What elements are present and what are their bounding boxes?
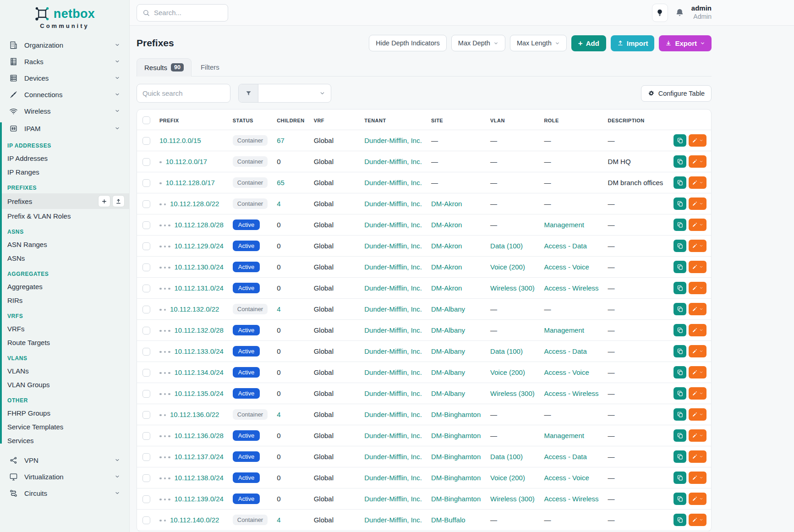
tenant-link[interactable]: Dunder-Mifflin, Inc. bbox=[364, 284, 422, 292]
children-count-link[interactable]: 4 bbox=[277, 305, 280, 313]
column-header-role[interactable]: ROLE bbox=[539, 110, 603, 130]
prefix-link[interactable]: 10.112.134.0/24 bbox=[175, 368, 224, 376]
prefix-link[interactable]: 10.112.135.0/24 bbox=[175, 389, 224, 397]
prefix-link[interactable]: 10.112.128.0/28 bbox=[175, 221, 224, 229]
role-link[interactable]: Access - Voice bbox=[544, 368, 589, 376]
clone-button[interactable] bbox=[674, 514, 686, 526]
sidebar-item-ip-ranges[interactable]: IP Ranges bbox=[0, 165, 129, 179]
vlan-link[interactable]: Voice (200) bbox=[490, 263, 525, 271]
tenant-link[interactable]: Dunder-Mifflin, Inc. bbox=[364, 326, 422, 334]
prefix-link[interactable]: 10.112.140.0/22 bbox=[170, 516, 219, 524]
row-checkbox[interactable] bbox=[142, 474, 150, 482]
row-checkbox[interactable] bbox=[142, 516, 150, 524]
saved-filter-select[interactable] bbox=[238, 84, 331, 103]
sidebar-item-fhrp-groups[interactable]: FHRP Groups bbox=[0, 406, 129, 420]
row-checkbox[interactable] bbox=[142, 179, 150, 187]
clone-button[interactable] bbox=[674, 429, 686, 442]
site-link[interactable]: DM-Albany bbox=[431, 326, 465, 334]
user-menu[interactable]: admin Admin bbox=[691, 4, 712, 21]
tenant-link[interactable]: Dunder-Mifflin, Inc. bbox=[364, 453, 422, 461]
row-checkbox[interactable] bbox=[142, 432, 150, 440]
clone-button[interactable] bbox=[674, 176, 686, 189]
edit-button[interactable] bbox=[689, 366, 706, 378]
clone-button[interactable] bbox=[674, 472, 686, 484]
vlan-link[interactable]: Wireless (300) bbox=[490, 389, 535, 397]
prefix-link[interactable]: 10.112.131.0/24 bbox=[175, 284, 224, 292]
tenant-link[interactable]: Dunder-Mifflin, Inc. bbox=[364, 389, 422, 397]
children-count-link[interactable]: 65 bbox=[277, 179, 285, 186]
row-checkbox[interactable] bbox=[142, 200, 150, 208]
role-link[interactable]: Access - Data bbox=[544, 347, 586, 355]
tenant-link[interactable]: Dunder-Mifflin, Inc. bbox=[364, 179, 422, 186]
column-header-prefix[interactable]: PREFIX bbox=[155, 110, 228, 130]
tenant-link[interactable]: Dunder-Mifflin, Inc. bbox=[364, 242, 422, 250]
sidebar-item-organization[interactable]: Organization bbox=[0, 37, 129, 53]
clone-button[interactable] bbox=[674, 493, 686, 505]
edit-button[interactable] bbox=[689, 408, 706, 421]
tab-filters[interactable]: Filters bbox=[193, 58, 227, 76]
vlan-link[interactable]: Wireless (300) bbox=[490, 495, 535, 503]
row-checkbox[interactable] bbox=[142, 306, 150, 313]
sidebar-item-service-templates[interactable]: Service Templates bbox=[0, 420, 129, 433]
column-header-vlan[interactable]: VLAN bbox=[486, 110, 539, 130]
prefix-link[interactable]: 10.112.132.0/28 bbox=[175, 326, 224, 334]
site-link[interactable]: DM-Binghamton bbox=[431, 411, 481, 418]
prefix-link[interactable]: 10.112.136.0/28 bbox=[175, 432, 224, 439]
sidebar-item-services[interactable]: Services bbox=[0, 433, 129, 447]
role-link[interactable]: Access - Data bbox=[544, 242, 586, 250]
edit-button[interactable] bbox=[689, 472, 706, 484]
prefix-link[interactable]: 10.112.137.0/24 bbox=[175, 453, 224, 461]
site-link[interactable]: DM-Binghamton bbox=[431, 432, 481, 439]
theme-toggle-button[interactable] bbox=[652, 4, 668, 22]
site-link[interactable]: DM-Buffalo bbox=[431, 516, 465, 524]
tenant-link[interactable]: Dunder-Mifflin, Inc. bbox=[364, 368, 422, 376]
row-checkbox[interactable] bbox=[142, 495, 150, 503]
clone-button[interactable] bbox=[674, 450, 686, 463]
edit-button[interactable] bbox=[689, 197, 706, 210]
row-checkbox[interactable] bbox=[142, 285, 150, 292]
clone-button[interactable] bbox=[674, 324, 686, 336]
quick-search-input[interactable] bbox=[137, 84, 230, 103]
prefix-link[interactable]: 10.112.136.0/22 bbox=[170, 411, 219, 418]
clone-button[interactable] bbox=[674, 219, 686, 231]
row-checkbox[interactable] bbox=[142, 263, 150, 271]
sidebar-item-aggregates[interactable]: Aggregates bbox=[0, 280, 129, 293]
clone-button[interactable] bbox=[674, 261, 686, 273]
role-link[interactable]: Access - Voice bbox=[544, 263, 589, 271]
edit-button[interactable] bbox=[689, 261, 706, 273]
prefix-link[interactable]: 10.112.138.0/24 bbox=[175, 474, 224, 482]
vlan-link[interactable]: Data (100) bbox=[490, 347, 523, 355]
site-link[interactable]: DM-Binghamton bbox=[431, 474, 481, 482]
quick-add-button[interactable] bbox=[98, 195, 110, 207]
site-link[interactable]: DM-Albany bbox=[431, 305, 465, 313]
max-length-dropdown[interactable]: Max Length bbox=[510, 35, 567, 51]
clone-button[interactable] bbox=[674, 345, 686, 357]
clone-button[interactable] bbox=[674, 387, 686, 400]
row-checkbox[interactable] bbox=[142, 242, 150, 250]
filter-select-value[interactable] bbox=[258, 84, 331, 102]
role-link[interactable]: Access - Wireless bbox=[544, 495, 598, 503]
edit-button[interactable] bbox=[689, 493, 706, 505]
tenant-link[interactable]: Dunder-Mifflin, Inc. bbox=[364, 158, 422, 165]
clone-button[interactable] bbox=[674, 197, 686, 210]
tenant-link[interactable]: Dunder-Mifflin, Inc. bbox=[364, 347, 422, 355]
quick-import-button[interactable] bbox=[112, 195, 125, 207]
vlan-link[interactable]: Data (100) bbox=[490, 242, 523, 250]
edit-button[interactable] bbox=[689, 303, 706, 315]
sidebar-item-vrfs[interactable]: VRFs bbox=[0, 322, 129, 335]
tenant-link[interactable]: Dunder-Mifflin, Inc. bbox=[364, 200, 422, 208]
clone-button[interactable] bbox=[674, 155, 686, 168]
children-count-link[interactable]: 4 bbox=[277, 516, 280, 524]
sidebar-item-virtualization[interactable]: Virtualization bbox=[0, 468, 129, 485]
vlan-link[interactable]: Voice (200) bbox=[490, 474, 525, 482]
row-checkbox[interactable] bbox=[142, 369, 150, 377]
row-checkbox[interactable] bbox=[142, 348, 150, 356]
column-header-description[interactable]: DESCRIPTION bbox=[603, 110, 669, 130]
role-link[interactable]: Access - Wireless bbox=[544, 284, 598, 292]
sidebar-item-vlans[interactable]: VLANs bbox=[0, 364, 129, 378]
row-checkbox[interactable] bbox=[142, 137, 150, 145]
column-header-tenant[interactable]: TENANT bbox=[360, 110, 427, 130]
site-link[interactable]: DM-Akron bbox=[431, 221, 462, 229]
sidebar-item-rirs[interactable]: RIRs bbox=[0, 293, 129, 307]
row-checkbox[interactable] bbox=[142, 158, 150, 166]
